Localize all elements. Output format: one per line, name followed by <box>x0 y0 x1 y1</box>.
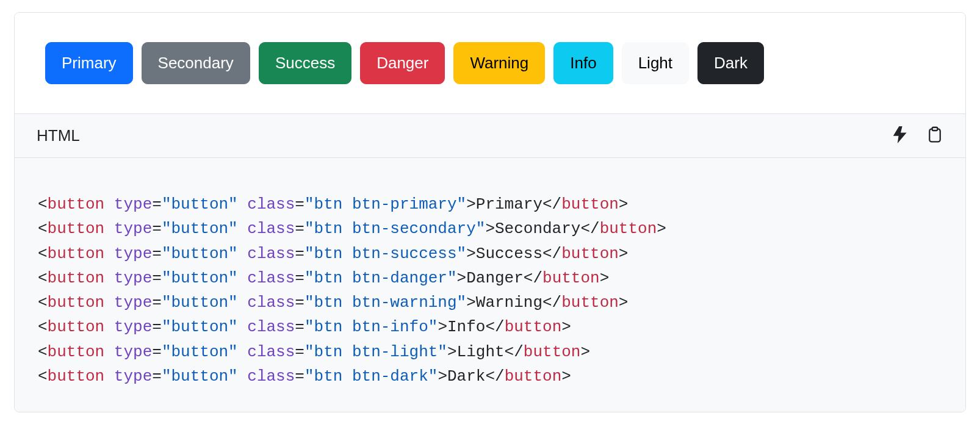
code-actions <box>892 126 943 145</box>
example-card: Primary Secondary Success Danger Warning… <box>14 12 966 412</box>
code-line: <button type="button" class="btn btn-lig… <box>38 340 942 364</box>
code-line: <button type="button" class="btn btn-sec… <box>38 217 942 241</box>
code-language-label: HTML <box>37 126 80 145</box>
code-body: <button type="button" class="btn btn-pri… <box>15 158 965 412</box>
code-line: <button type="button" class="btn btn-pri… <box>38 192 942 217</box>
secondary-button[interactable]: Secondary <box>142 42 250 84</box>
code-line: <button type="button" class="btn btn-suc… <box>38 242 942 266</box>
stackblitz-button[interactable] <box>892 126 909 145</box>
code-header: HTML <box>15 113 965 158</box>
warning-button[interactable]: Warning <box>453 42 545 84</box>
code-line: <button type="button" class="btn btn-dar… <box>38 364 942 389</box>
lightning-icon <box>892 126 909 145</box>
svg-rect-1 <box>932 127 938 131</box>
preview-panel: Primary Secondary Success Danger Warning… <box>15 13 965 113</box>
danger-button[interactable]: Danger <box>360 42 445 84</box>
copy-button[interactable] <box>926 126 943 145</box>
info-button[interactable]: Info <box>553 42 613 84</box>
success-button[interactable]: Success <box>259 42 351 84</box>
dark-button[interactable]: Dark <box>697 42 764 84</box>
clipboard-icon <box>926 126 943 145</box>
code-line: <button type="button" class="btn btn-war… <box>38 290 942 315</box>
code-line: <button type="button" class="btn btn-dan… <box>38 266 942 290</box>
primary-button[interactable]: Primary <box>45 42 133 84</box>
code-line: <button type="button" class="btn btn-inf… <box>38 315 942 339</box>
light-button[interactable]: Light <box>622 42 689 84</box>
